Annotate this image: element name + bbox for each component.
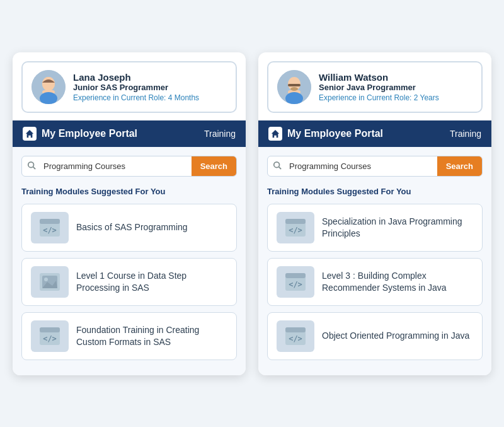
panels-wrapper: Lana JosephJunior SAS ProgrammerExperien… [13, 52, 491, 375]
svg-line-6 [33, 167, 36, 169]
course-title: Level 1 Course in Data Step Processing i… [76, 270, 227, 294]
portal-header-left: My Employee Portal [268, 127, 383, 141]
portal-title: My Employee Portal [287, 128, 383, 139]
course-card[interactable]: Level 1 Course in Data Step Processing i… [21, 258, 237, 306]
search-input[interactable] [287, 157, 437, 175]
portal-header: My Employee PortalTraining [258, 120, 491, 147]
course-card[interactable]: </> Object Oriented Programming in Java [267, 312, 483, 360]
course-card[interactable]: </> Level 3 : Building Complex Recommend… [267, 258, 483, 306]
avatar [32, 70, 66, 104]
portal-header-left: My Employee Portal [23, 127, 137, 141]
course-title: Object Oriented Programming in Java [322, 330, 469, 342]
portal-nav-link[interactable]: Training [450, 129, 481, 139]
avatar [277, 70, 311, 104]
portal-title: My Employee Portal [42, 128, 137, 139]
svg-point-22 [274, 161, 280, 167]
portal-nav-link[interactable]: Training [204, 129, 236, 139]
section-title: Training Modules Suggested For You [21, 187, 237, 196]
svg-point-21 [290, 87, 298, 91]
course-title: Specialization in Java Programming Princ… [322, 216, 473, 240]
search-icon [22, 161, 41, 172]
svg-text:</>: </> [43, 226, 57, 235]
svg-rect-31 [285, 327, 306, 332]
svg-text:</>: </> [289, 226, 302, 235]
home-icon[interactable] [268, 127, 282, 141]
svg-text:</>: </> [289, 280, 302, 289]
profile-card: William WatsonSenior Java ProgrammerExpe… [267, 61, 483, 113]
course-card[interactable]: </> Foundation Training in Creating Cust… [21, 312, 237, 360]
search-button[interactable]: Search [437, 156, 482, 176]
svg-rect-25 [285, 219, 306, 224]
profile-title: Senior Java Programmer [319, 83, 439, 92]
svg-point-12 [44, 278, 48, 281]
course-thumbnail: </> [31, 320, 69, 352]
svg-rect-8 [40, 219, 60, 224]
profile-experience: Experience in Current Role: 2 Years [319, 93, 439, 102]
section-title: Training Modules Suggested For You [267, 187, 483, 196]
search-input[interactable] [41, 157, 192, 175]
svg-point-5 [28, 161, 34, 167]
profile-name: William Watson [319, 72, 439, 83]
course-title: Basics of SAS Programming [76, 221, 188, 233]
search-icon [268, 161, 287, 172]
panel-1: William WatsonSenior Java ProgrammerExpe… [258, 52, 491, 375]
home-icon[interactable] [23, 127, 37, 141]
svg-rect-28 [285, 273, 306, 278]
course-thumbnail [31, 266, 69, 298]
profile-info: Lana JosephJunior SAS ProgrammerExperien… [73, 72, 199, 102]
portal-body: SearchTraining Modules Suggested For You… [13, 147, 246, 375]
search-bar: Search [267, 156, 483, 177]
svg-rect-14 [40, 327, 60, 332]
panel-0: Lana JosephJunior SAS ProgrammerExperien… [13, 52, 246, 375]
course-thumbnail: </> [277, 212, 314, 243]
svg-text:</>: </> [43, 334, 57, 343]
profile-name: Lana Joseph [73, 72, 199, 83]
course-title: Level 3 : Building Complex Recommender S… [322, 270, 473, 294]
search-bar: Search [21, 156, 237, 177]
course-card[interactable]: </> Specialization in Java Programming P… [267, 204, 483, 252]
svg-rect-20 [288, 84, 301, 86]
course-thumbnail: </> [277, 320, 314, 352]
svg-line-23 [279, 167, 282, 169]
svg-point-2 [42, 77, 55, 91]
profile-info: William WatsonSenior Java ProgrammerExpe… [319, 72, 439, 102]
course-thumbnail: </> [277, 266, 314, 298]
course-thumbnail: </> [31, 212, 69, 243]
profile-experience: Experience in Current Role: 4 Months [73, 93, 199, 102]
search-button[interactable]: Search [192, 156, 236, 176]
portal-body: SearchTraining Modules Suggested For You… [258, 147, 491, 375]
profile-title: Junior SAS Programmer [73, 83, 199, 92]
course-title: Foundation Training in Creating Custom F… [76, 324, 227, 348]
course-card[interactable]: </> Basics of SAS Programming [21, 204, 237, 252]
profile-card: Lana JosephJunior SAS ProgrammerExperien… [21, 61, 237, 113]
portal-header: My Employee PortalTraining [13, 120, 246, 147]
svg-text:</>: </> [289, 334, 302, 343]
